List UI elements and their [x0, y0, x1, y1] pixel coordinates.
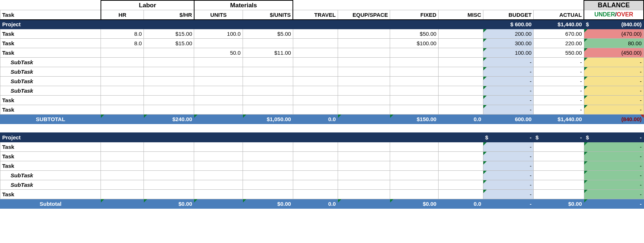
cell-balance[interactable]: - [584, 142, 644, 152]
cell-units[interactable] [194, 96, 243, 105]
cell-units[interactable] [194, 86, 243, 96]
project-budget[interactable]: $- [483, 133, 534, 142]
cell-units[interactable]: 50.0 [194, 48, 243, 58]
cell-misc[interactable] [439, 29, 483, 39]
cell-rate[interactable] [144, 171, 194, 180]
cell-actual[interactable] [534, 142, 584, 152]
cell-travel[interactable] [293, 29, 338, 39]
cell-budget[interactable]: - [483, 161, 534, 171]
cell-actual[interactable]: 550.00 [534, 48, 584, 58]
cell-units[interactable] [194, 67, 243, 77]
cell-urate[interactable] [243, 58, 293, 67]
cell-balance[interactable]: (470.00) [584, 29, 644, 39]
project-balance[interactable]: $(840.00) [584, 20, 644, 29]
cell-hr[interactable] [101, 171, 144, 180]
task-name[interactable]: Task [0, 29, 101, 39]
subtotal-row[interactable]: Subtotal $0.00 $0.00 0.0 $0.00 0.0 - $0.… [0, 199, 644, 209]
subtotal-actual[interactable]: $0.00 [534, 199, 584, 209]
cell-misc[interactable] [439, 105, 483, 115]
table-row[interactable]: Task-- [0, 190, 644, 199]
cell-equip[interactable] [338, 105, 390, 115]
cell-balance[interactable]: - [584, 86, 644, 96]
cell-misc[interactable] [439, 96, 483, 105]
table-row[interactable]: SubTask--- [0, 58, 644, 67]
cell-budget[interactable]: - [483, 96, 534, 105]
cell-rate[interactable]: $15.00 [144, 29, 194, 39]
cell-hr[interactable] [101, 142, 144, 152]
table-row[interactable]: Task8.0$15.00100.0$5.00$50.00200.00670.0… [0, 29, 644, 39]
subtotal-rate[interactable]: $240.00 [144, 115, 194, 124]
cell-fixed[interactable] [390, 48, 439, 58]
cell-urate[interactable]: $5.00 [243, 29, 293, 39]
cell-hr[interactable] [101, 161, 144, 171]
cell-fixed[interactable] [390, 152, 439, 161]
cell-rate[interactable] [144, 48, 194, 58]
cell-rate[interactable] [144, 67, 194, 77]
cell-misc[interactable] [439, 58, 483, 67]
table-row[interactable]: Task--- [0, 96, 644, 105]
cell-budget[interactable]: - [483, 77, 534, 86]
subtotal-row[interactable]: SUBTOTAL $240.00 $1,050.00 0.0 $150.00 0… [0, 115, 644, 124]
cell-rate[interactable] [144, 180, 194, 190]
project-balance[interactable]: $- [584, 133, 644, 142]
cell-equip[interactable] [338, 171, 390, 180]
cell-balance[interactable]: - [584, 171, 644, 180]
cell-equip[interactable] [338, 161, 390, 171]
cell-travel[interactable] [293, 171, 338, 180]
cell-budget[interactable]: - [483, 180, 534, 190]
cell-rate[interactable] [144, 142, 194, 152]
cell-misc[interactable] [439, 39, 483, 48]
cell-equip[interactable] [338, 96, 390, 105]
cell-travel[interactable] [293, 152, 338, 161]
cell-actual[interactable] [534, 171, 584, 180]
cell-hr[interactable] [101, 105, 144, 115]
cell-fixed[interactable]: $100.00 [390, 39, 439, 48]
cell-misc[interactable] [439, 190, 483, 199]
cell-misc[interactable] [439, 142, 483, 152]
cell-misc[interactable] [439, 161, 483, 171]
cell-balance[interactable]: - [584, 77, 644, 86]
cell-fixed[interactable] [390, 77, 439, 86]
cell-balance[interactable]: - [584, 152, 644, 161]
cell-balance[interactable]: - [584, 105, 644, 115]
cell-equip[interactable] [338, 77, 390, 86]
table-row[interactable]: Task-- [0, 161, 644, 171]
task-name[interactable]: Task [0, 161, 101, 171]
cell-fixed[interactable] [390, 105, 439, 115]
project-row[interactable]: Project $- $- $- [0, 133, 644, 142]
cell-balance[interactable]: - [584, 180, 644, 190]
cell-misc[interactable] [439, 171, 483, 180]
cell-actual[interactable]: - [534, 105, 584, 115]
subtotal-balance[interactable]: (840.00) [584, 115, 644, 124]
cell-misc[interactable] [439, 152, 483, 161]
cell-budget[interactable]: - [483, 142, 534, 152]
cell-budget[interactable]: 100.00 [483, 48, 534, 58]
subtotal-rate[interactable]: $0.00 [144, 199, 194, 209]
cell-equip[interactable] [338, 180, 390, 190]
table-row[interactable]: SubTask-- [0, 171, 644, 180]
cell-budget[interactable]: 200.00 [483, 29, 534, 39]
cell-hr[interactable] [101, 96, 144, 105]
subtotal-misc[interactable]: 0.0 [439, 115, 483, 124]
cell-budget[interactable]: - [483, 152, 534, 161]
cell-balance[interactable]: (450.00) [584, 48, 644, 58]
task-name[interactable]: Task [0, 190, 101, 199]
task-name[interactable]: Task [0, 48, 101, 58]
cell-hr[interactable]: 8.0 [101, 29, 144, 39]
cell-hr[interactable] [101, 77, 144, 86]
task-name[interactable]: Task [0, 105, 101, 115]
project-name[interactable]: Project [0, 20, 483, 29]
cell-units[interactable] [194, 152, 243, 161]
cell-urate[interactable] [243, 152, 293, 161]
cell-rate[interactable] [144, 190, 194, 199]
subtask-name[interactable]: SubTask [0, 67, 101, 77]
cell-actual[interactable]: - [534, 77, 584, 86]
subtask-name[interactable]: SubTask [0, 180, 101, 190]
project-row[interactable]: Project $ 600.00 $1,440.00 $(840.00) [0, 20, 644, 29]
subtotal-fixed[interactable]: $0.00 [390, 199, 439, 209]
subtotal-budget[interactable]: 600.00 [483, 115, 534, 124]
subtask-name[interactable]: SubTask [0, 86, 101, 96]
cell-balance[interactable]: - [584, 190, 644, 199]
subtotal-budget[interactable]: - [483, 199, 534, 209]
cell-travel[interactable] [293, 48, 338, 58]
